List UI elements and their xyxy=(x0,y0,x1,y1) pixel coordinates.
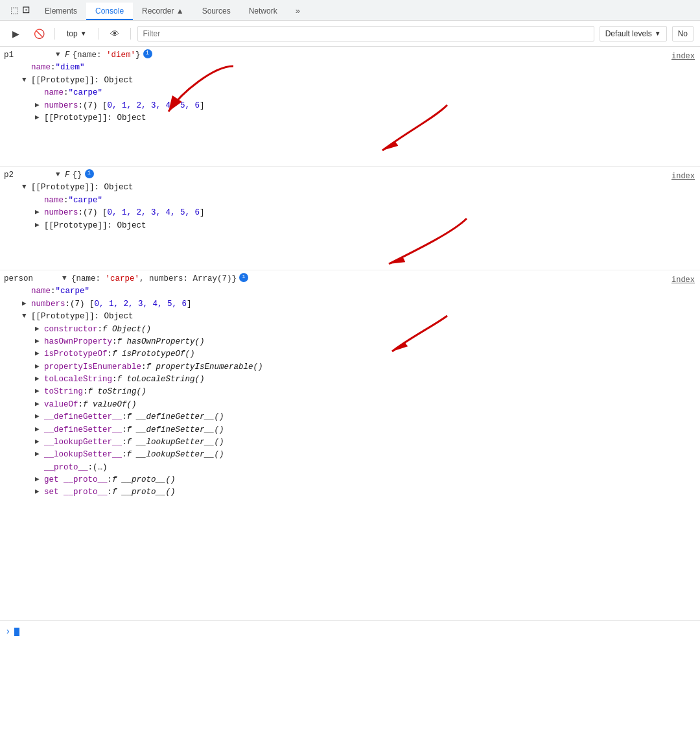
tab-more[interactable]: » xyxy=(286,2,309,20)
person-proto-expand[interactable] xyxy=(22,311,30,322)
inspect-icon[interactable]: ⊡ xyxy=(22,4,30,16)
person-set-proto-expand[interactable] xyxy=(35,486,43,497)
levels-button[interactable]: Default levels ▼ xyxy=(600,26,667,41)
person-hasown-val: f hasOwnProperty() xyxy=(117,336,205,348)
person-isproto-expand[interactable] xyxy=(35,348,43,359)
person-isproto-row: isPrototypeOf : f isPrototypeOf() xyxy=(4,348,700,361)
person-index-link[interactable]: index xyxy=(671,274,695,287)
person-tostring-row: toString : f toString() xyxy=(4,386,700,398)
person-defgetter-val: f __defineGetter__() xyxy=(127,411,224,423)
tab-sources[interactable]: Sources xyxy=(193,3,240,20)
p2-expand[interactable] xyxy=(56,169,64,180)
p1-info-icon[interactable]: i xyxy=(143,49,152,58)
p1-name-colon: : xyxy=(51,62,56,74)
p1-expand[interactable] xyxy=(56,49,64,60)
person-name-colon: : xyxy=(51,285,56,298)
person-lookupsetter-row: __lookupSetter__ : f __lookupSetter__() xyxy=(4,449,700,461)
person-hasown-key: hasOwnProperty xyxy=(44,336,112,348)
person-valueof-expand[interactable] xyxy=(35,399,43,410)
person-numbers-colon: : xyxy=(65,298,71,311)
person-lookupsetter-val: f __lookupSetter__() xyxy=(127,449,224,461)
p2-index-link[interactable]: index xyxy=(671,171,695,183)
person-lookupsetter-key: __lookupSetter__ xyxy=(44,449,122,461)
p1-name-val: "diem" xyxy=(56,62,85,74)
person-defgetter-expand[interactable] xyxy=(35,411,43,422)
person-set-proto-row: set __proto__ : f __proto__() xyxy=(4,486,700,499)
p2-inner-proto-row: [[Prototype]]: Object xyxy=(4,220,700,232)
no-button[interactable]: No xyxy=(672,26,694,41)
person-constructor-key: constructor xyxy=(44,324,98,336)
person-hasown-row: hasOwnProperty : f hasOwnProperty() xyxy=(4,336,700,348)
p1-inner-proto-row: [[Prototype]]: Object xyxy=(4,112,700,124)
p1-proto-expand[interactable] xyxy=(22,75,30,86)
filter-input[interactable] xyxy=(137,26,594,41)
p2-info-icon[interactable]: i xyxy=(85,169,94,178)
p1-index-link[interactable]: index xyxy=(671,51,695,63)
person-propisenum-expand[interactable] xyxy=(35,361,43,372)
person-hasown-expand[interactable] xyxy=(35,336,43,347)
p1-type: F xyxy=(65,49,70,62)
person-isproto-val: f isPrototypeOf() xyxy=(112,348,195,361)
person-lookupgetter-row: __lookupGetter__ : f __lookupGetter__() xyxy=(4,436,700,449)
clear-button[interactable]: 🚫 xyxy=(30,26,48,41)
person-expand[interactable] xyxy=(62,273,70,284)
person-lookupgetter-expand[interactable] xyxy=(35,436,43,447)
person-defgetter-key: __defineGetter__ xyxy=(44,411,122,423)
person-get-proto-expand[interactable] xyxy=(35,474,43,485)
person-numbers-key: numbers xyxy=(31,298,65,311)
tab-console[interactable]: Console xyxy=(86,3,133,20)
p1-header-row: p1 F {name: 'diem'} i index xyxy=(4,49,700,62)
person-tostring-expand[interactable] xyxy=(35,386,43,397)
tab-network[interactable]: Network xyxy=(240,3,286,20)
p2-numbers-row: numbers : (7) [0, 1, 2, 3, 4, 5, 6] xyxy=(4,207,700,219)
p1-numbers-val: (7) [0, 1, 2, 3, 4, 5, 6] xyxy=(83,100,205,112)
context-label: top xyxy=(67,29,78,38)
p2-label: p2 xyxy=(4,169,56,182)
person-name-val: "carpe" xyxy=(56,285,90,298)
p1-numbers-expand[interactable] xyxy=(35,100,43,111)
person-set-proto-key: set __proto__ xyxy=(44,486,108,499)
person-tostring-key: toString xyxy=(44,386,83,398)
toolbar-divider2 xyxy=(99,28,99,40)
p2-numbers-colon: : xyxy=(78,207,84,219)
person-numbers-row: numbers : (7) [0, 1, 2, 3, 4, 5, 6] xyxy=(4,298,700,311)
person-lookupsetter-expand[interactable] xyxy=(35,449,43,460)
p2-proto-name-row: name : "carpe" xyxy=(4,195,700,207)
p1-inner-proto-label: [[Prototype]]: Object xyxy=(44,112,146,124)
person-numbers-val: (7) [0, 1, 2, 3, 4, 5, 6] xyxy=(70,298,192,311)
person-defsetter-val: f __defineSetter__() xyxy=(127,424,224,436)
tab-elements[interactable]: Elements xyxy=(36,3,86,20)
toolbar-divider3 xyxy=(130,28,131,40)
tab-recorder[interactable]: Recorder ▲ xyxy=(133,3,193,20)
person-proto-val-row: __proto__ : (…) xyxy=(4,462,700,474)
person-tolocale-row: toLocaleString : f toLocaleString() xyxy=(4,373,700,386)
person-proto-val-key: __proto__ xyxy=(44,462,88,474)
context-selector[interactable]: top ▼ xyxy=(62,26,92,41)
cursor-icon[interactable]: ⬚ xyxy=(10,5,18,15)
prompt-cursor[interactable] xyxy=(14,628,19,636)
person-info-icon[interactable]: i xyxy=(239,273,248,282)
p1-numbers-key: numbers xyxy=(44,100,78,112)
p1-proto-name-val: "carpe" xyxy=(69,87,103,99)
p2-numbers-expand[interactable] xyxy=(35,207,43,218)
execute-button[interactable]: ▶ xyxy=(6,26,25,41)
person-tolocale-key: toLocaleString xyxy=(44,373,112,386)
p2-proto-label: [[Prototype]]: Object xyxy=(31,182,134,194)
person-isproto-key: isPrototypeOf xyxy=(44,348,108,361)
p2-proto-expand[interactable] xyxy=(22,182,30,193)
person-tolocale-expand[interactable] xyxy=(35,373,43,385)
person-numbers-expand[interactable] xyxy=(22,298,30,309)
p1-numbers-colon: : xyxy=(78,100,84,112)
eye-button[interactable]: 👁 xyxy=(106,26,124,41)
person-get-proto-row: get __proto__ : f __proto__() xyxy=(4,474,700,486)
p1-summary: {name: 'diem'} xyxy=(73,49,141,62)
log-entry-p1: p1 F {name: 'diem'} i index name : "diem… xyxy=(0,47,700,167)
person-label: person xyxy=(4,273,62,285)
person-lookupgetter-key: __lookupGetter__ xyxy=(44,436,122,449)
p2-inner-proto-expand[interactable] xyxy=(35,220,43,231)
person-constructor-expand[interactable] xyxy=(35,324,43,335)
person-defsetter-expand[interactable] xyxy=(35,424,43,435)
no-label: No xyxy=(678,29,688,38)
p2-inner-proto-label: [[Prototype]]: Object xyxy=(44,220,146,232)
p1-inner-proto-expand[interactable] xyxy=(35,112,43,123)
